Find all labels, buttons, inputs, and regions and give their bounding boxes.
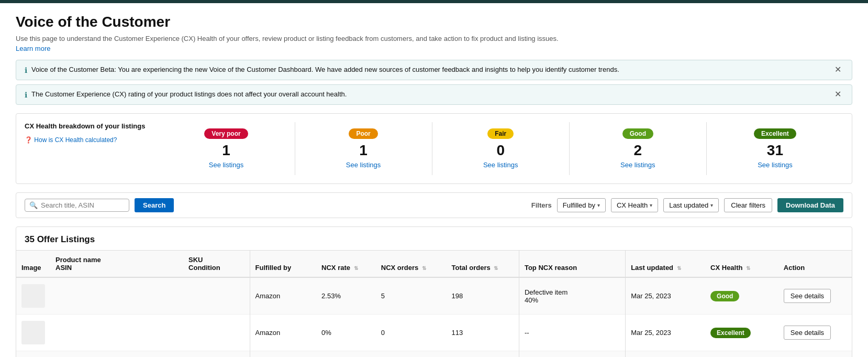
page-subtitle: Use this page to understand the Customer… [16,35,852,42]
filter-bar: 🔍 Search Filters Fulfilled by ▾ CX Healt… [16,192,852,218]
sort-icon-ncxorders: ⇅ [422,265,426,271]
search-button[interactable]: Search [135,198,174,212]
close-alert-1-button[interactable]: ✕ [832,66,843,74]
chevron-down-icon-cxhealth: ▾ [650,202,652,208]
col-header-product: Product nameASIN [50,251,183,277]
clear-filters-button[interactable]: Clear filters [724,198,772,212]
cx-badge-4: Excellent [754,128,796,139]
cell-action-1: See details [778,315,852,351]
listings-section: 35 Offer Listings Image Product nameASIN… [16,226,852,357]
cx-count-1: 1 [299,142,428,159]
col-header-totalorders[interactable]: Total orders ⇅ [447,251,519,277]
cell-lastupdated-1: Mar 25, 2023 [626,315,705,351]
see-listings-link-4[interactable]: See listings [758,161,792,169]
cell-product-1 [50,315,183,351]
cell-lastupdated-0: Mar 25, 2023 [626,277,705,315]
listings-tbody: Amazon 2.53% 5 198 Defective item 40% Ma… [16,277,852,357]
cx-badge-1: Poor [349,128,377,139]
col-header-topncx: Top NCX reason [519,251,625,277]
cx-health-dropdown[interactable]: CX Health ▾ [611,198,658,212]
cell-sku-1 [183,315,250,351]
cell-product-2 [50,351,183,358]
beta-alert-banner: ℹ Voice of the Customer Beta: You are ex… [16,60,852,80]
listings-header: 35 Offer Listings [16,227,852,251]
cx-health-help-link[interactable]: ❓ How is CX Health calculated? [25,136,145,144]
cell-ncxrate-1: 0% [316,315,376,351]
cell-totalorders-1: 113 [447,315,519,351]
cx-badge-0: Very poor [204,128,248,139]
chevron-down-icon-fulfilled: ▾ [597,202,600,208]
cx-health-section: CX Health breakdown of your listings ❓ H… [16,113,852,184]
cell-lastupdated-2: Mar 25, 2023 [626,351,705,358]
filters-label: Filters [531,201,552,209]
cell-ncxrate-0: 2.53% [316,277,376,315]
see-details-button-0[interactable]: See details [784,289,831,303]
cx-badge-3: Good [622,128,653,139]
info-icon-2: ℹ [25,91,27,99]
see-details-button-1[interactable]: See details [784,326,831,340]
download-data-button[interactable]: Download Data [777,198,843,212]
see-listings-link-1[interactable]: See listings [346,161,381,169]
cell-ncxorders-0: 5 [376,277,447,315]
sort-icon-cxhealth: ⇅ [746,265,750,271]
cx-health-title: CX Health breakdown of your listings [25,122,145,130]
table-header-row: Image Product nameASIN SKUCondition Fulf… [16,251,852,277]
col-header-image: Image [16,251,50,277]
see-listings-link-3[interactable]: See listings [620,161,655,169]
alert-left-2: ℹ The Customer Experience (CX) rating of… [25,90,347,99]
cx-rating-alert-banner: ℹ The Customer Experience (CX) rating of… [16,84,852,105]
main-content: Voice of the Customer Use this page to u… [0,3,868,357]
listings-table: Image Product nameASIN SKUCondition Fulf… [16,251,852,357]
cx-health-filter-label: CX Health [617,201,648,209]
cell-totalorders-0: 198 [447,277,519,315]
cell-product-0 [50,277,183,315]
cx-count-4: 31 [711,142,839,159]
table-row: Amazon 2.53% 5 198 Defective item 40% Ma… [16,277,852,315]
cx-health-card-fair: Fair 0 See listings [432,122,569,175]
cell-action-0: See details [778,277,852,315]
see-listings-link-0[interactable]: See listings [209,161,243,169]
search-icon: 🔍 [29,201,38,209]
cx-health-card-excellent: Excellent 31 See listings [706,122,843,175]
cell-sku-2 [183,351,250,358]
page-title: Voice of the Customer [16,14,852,30]
col-header-lastupdated[interactable]: Last updated ⇅ [626,251,705,277]
col-header-cxhealth[interactable]: CX Health ⇅ [705,251,778,277]
alert-text-2: The Customer Experience (CX) rating of y… [31,90,347,98]
search-input[interactable] [41,201,125,209]
sort-icon-lastupdated: ⇅ [677,265,681,271]
cell-action-2: See details [778,351,852,358]
col-header-sku: SKUCondition [183,251,250,277]
cx-health-badge-1: Excellent [710,328,751,338]
search-wrap: 🔍 [25,199,129,212]
cell-topncx-0: Defective item 40% [519,277,625,315]
col-header-action: Action [778,251,852,277]
cell-image-1 [16,315,50,351]
cx-health-cards: Very poor 1 See listings Poor 1 See list… [158,122,843,175]
fulfilled-by-dropdown[interactable]: Fulfilled by ▾ [557,198,606,212]
listings-count: 35 Offer Listings [25,234,95,244]
cx-count-0: 1 [162,142,290,159]
last-updated-dropdown[interactable]: Last updated ▾ [663,198,719,212]
info-icon-1: ℹ [25,66,27,74]
learn-more-link[interactable]: Learn more [16,45,50,52]
sort-icon-ncxrate: ⇅ [354,265,358,271]
cx-count-3: 2 [574,142,702,159]
cx-badge-2: Fair [487,128,514,139]
col-header-ncxrate[interactable]: NCX rate ⇅ [316,251,376,277]
cx-count-2: 0 [437,142,565,159]
cell-cxhealth-1: Excellent [705,315,778,351]
cell-fulfilled-0: Amazon [250,277,316,315]
cell-cxhealth-2: Excellent [705,351,778,358]
cell-image-0 [16,277,50,315]
product-image-1 [21,321,45,344]
cx-health-badge-0: Good [710,291,739,301]
close-alert-2-button[interactable]: ✕ [832,90,843,99]
chevron-down-icon-lastupdated: ▾ [710,202,713,208]
col-header-ncxorders[interactable]: NCX orders ⇅ [376,251,447,277]
see-listings-link-2[interactable]: See listings [483,161,518,169]
cell-totalorders-2: 59 [447,351,519,358]
sort-icon-totalorders: ⇅ [494,265,498,271]
cx-health-card-very-poor: Very poor 1 See listings [158,122,294,175]
cell-topncx-1: -- [519,315,625,351]
